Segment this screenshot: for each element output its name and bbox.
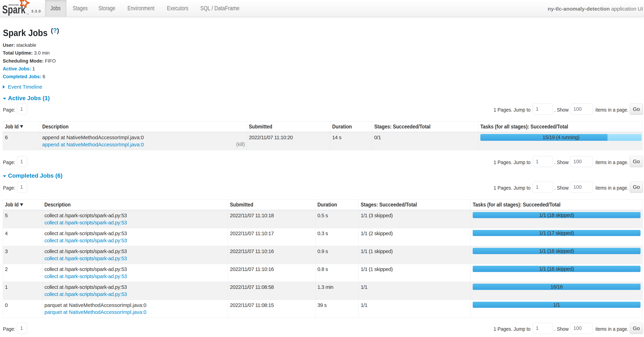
svg-text:TM: TM xyxy=(27,13,29,15)
